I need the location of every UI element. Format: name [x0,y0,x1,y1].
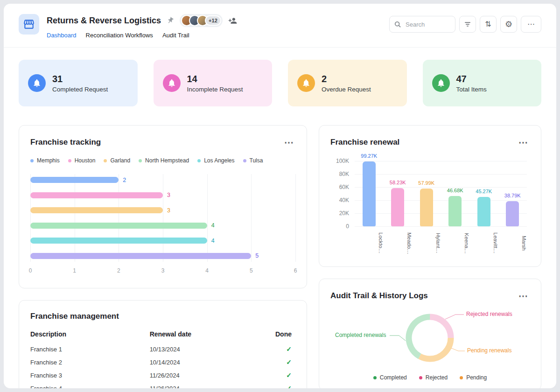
header: Returns & Reverse Logistics +12 Dashboar [4,14,556,48]
bar-value-label: 45.27K [476,189,492,194]
x-tick-label: 3 [161,267,165,274]
legend-item-garland: Garland [104,157,130,164]
renewal-xaxis: Lockto…Meado…Hylant…Keena…Leavitt…Marsh [355,231,527,255]
app-window: Returns & Reverse Logistics +12 Dashboar [4,4,556,388]
column-header-renewal-date: Renewal date [150,328,256,343]
y-tick-label: 100K [336,158,349,164]
x-tick-label: Lockto… [355,231,384,255]
legend-item-memphis: Memphis [30,157,60,164]
settings-button[interactable]: ⚙ [500,16,517,33]
renewal-plot: 100K80K60K40K20K099.27K58.23K57.99K46.68… [355,161,527,226]
tracking-bar-tulsa [30,253,251,259]
bar-value-label: 46.68K [447,188,463,193]
cell-description: Franchise 2 [30,356,150,369]
avatar-overflow-badge[interactable]: +12 [205,15,221,26]
x-tick-label: Hylant… [412,231,441,255]
gear-icon: ⚙ [505,20,512,28]
add-member-button[interactable] [228,16,237,25]
header-more-button[interactable]: ⋯ [521,16,541,33]
stat-label: Completed Request [52,86,108,93]
renewal-bar-leavitt: 45.27K [477,197,490,226]
check-icon: ✓ [286,358,292,366]
legend-dot [460,376,463,379]
filter-button[interactable] [459,16,476,33]
stat-value: 14 [187,74,243,84]
cell-done: ✓ [256,369,295,382]
gridline [295,174,296,262]
franchise-renewal-card: Franchise renewal ⋯ 100K80K60K40K20K099.… [319,125,541,267]
legend-dot [68,159,71,162]
audit-logs-card: Audit Trail & History Logs ⋯ Rejected re… [319,279,541,388]
legend-item-pending: Pending [460,374,487,381]
card-title: Franchise management [30,312,119,321]
audit-more-button[interactable]: ⋯ [517,290,530,301]
cell-renewal-date: 11/26/2024 [150,369,256,382]
table-row: Franchise 411/26/2024✓ [30,382,295,388]
x-tick-label: 1 [73,267,76,274]
stat-card-completed-request: 31 Completed Request [19,60,138,106]
tabs: DashboardReconciliation WorkflowsAudit T… [47,32,237,39]
tracking-bar-los-angeles [30,238,207,244]
y-tick-label: 20K [339,210,349,217]
card-title: Franchise renewal [330,138,399,147]
renewal-bar-meado: 58.23K [391,188,404,226]
cell-done: ✓ [256,356,295,369]
cell-renewal-date: 10/14/2024 [150,356,256,369]
stat-card-overdue-request: 2 Overdue Request [288,60,407,106]
stat-label: Overdue Request [322,86,371,93]
legend-dot [373,376,377,379]
app-logo [19,14,39,35]
filter-icon [464,21,471,28]
x-tick-label: Meado… [384,231,413,255]
legend-dot [30,159,34,162]
table-row: Franchise 110/13/2024✓ [30,343,295,356]
bell-icon [432,74,450,92]
bar-value-label: 38.79K [504,193,521,198]
x-tick-label: 2 [117,267,120,274]
cell-renewal-date: 10/13/2024 [150,343,256,356]
tab-dashboard[interactable]: Dashboard [47,32,77,39]
x-tick-label: 4 [205,267,209,274]
renewal-bar-marsh: 38.79K [506,201,519,226]
cell-description: Franchise 1 [30,343,150,356]
franchise-management-card: Franchise management Description Renewal… [19,300,307,388]
pin-icon[interactable] [167,17,174,24]
bar-value-label: 58.23K [390,180,406,185]
storefront-icon [23,18,35,30]
check-icon: ✓ [286,371,292,379]
legend-item-tulsa: Tulsa [243,157,263,164]
legend-item-los-angeles: Los Angeles [197,157,234,164]
donut-connector [390,336,406,341]
stat-card-total-items: 47 Total Items [423,60,542,106]
renewal-bar-lockto: 99.27K [363,161,376,226]
tab-audit-trail[interactable]: Audit Trail [162,32,189,39]
bell-icon [297,74,315,92]
table-row: Franchise 311/26/2024✓ [30,369,295,382]
x-tick-label: Leavitt… [469,231,498,255]
tracking-more-button[interactable]: ⋯ [282,137,295,148]
x-tick-label: 6 [294,267,297,274]
gridline [355,226,527,227]
audit-chart: Rejected renewalsPending renewalsComplet… [330,305,530,371]
bar-value-label: 4 [211,222,215,229]
renewal-more-button[interactable]: ⋯ [517,137,530,148]
column-header-description: Description [30,328,150,343]
search-box[interactable] [389,16,455,33]
stat-label: Incomplete Request [187,86,243,93]
donut-annotation-completed: Completed renewals [335,332,386,338]
bar-value-label: 3 [167,207,170,214]
card-title: Franchise tracking [30,138,101,147]
sort-icon: ⇅ [485,21,491,28]
avatar-group[interactable]: +12 [180,14,223,27]
x-tick-label: Marsh [498,231,527,255]
renewal-bar-hylant: 57.99K [420,189,433,226]
sort-button[interactable]: ⇅ [480,16,497,33]
donut-annotation-rejected: Rejected renewals [466,311,512,317]
table-row: Franchise 210/14/2024✓ [30,356,295,369]
management-table: Description Renewal date Done Franchise … [30,328,295,388]
tracking-bar-houston [30,192,163,198]
search-input[interactable] [405,21,450,28]
renewal-bar-keena: 46.68K [448,196,462,226]
y-tick-label: 40K [339,197,349,203]
tab-reconciliation-workflows[interactable]: Reconciliation Workflows [86,32,153,39]
